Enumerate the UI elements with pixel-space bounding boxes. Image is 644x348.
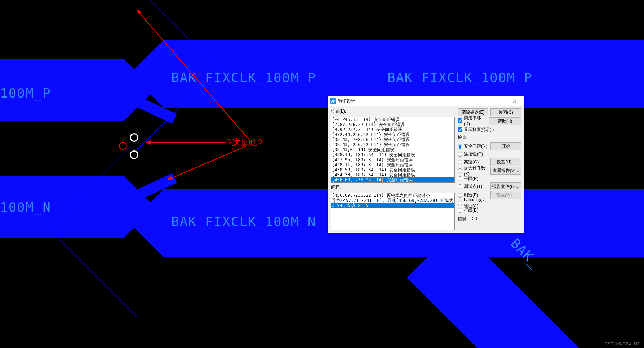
checks-group-label: 检查	[458, 135, 521, 141]
location-item[interactable]: (438.58,-1897.64 L14) 安全间距错误	[331, 167, 454, 172]
location-item[interactable]: (454.33,-1897.64 L14) 安全间距错误	[331, 172, 454, 177]
show-digest-checkbox[interactable]: 显示摘要提示(I)	[458, 126, 521, 133]
explain-line[interactable]: (456.69,-236.22 L14) 覆铜线之间的距离过小:	[331, 193, 454, 198]
svg-marker-1	[137, 10, 141, 14]
preview-button[interactable]: 预览(W)...	[490, 191, 521, 199]
clearance-radio[interactable]: 安全间距(N)	[458, 143, 489, 149]
location-item[interactable]: (7.87,236.22 L14) 安全间距错误	[331, 122, 454, 127]
maxvia-radio[interactable]: 最大过孔数(X)	[458, 167, 489, 174]
dialog-titlebar[interactable]: JP 验证设计 ✕	[328, 96, 524, 106]
location-item[interactable]: (472.44,236.22 L14) 安全间距错误	[331, 132, 454, 137]
location-item[interactable]: (35.43,-236.22 L14) 安全间距错误	[331, 142, 454, 147]
dialog-title: 验证设计	[338, 98, 507, 104]
view-report-button[interactable]: 查看报告(V)...	[490, 167, 521, 175]
connectivity-radio[interactable]: 连接性(O)	[458, 151, 489, 157]
testpoint-radio[interactable]: 测试点(T)	[458, 183, 489, 190]
location-item[interactable]: (35.43,0 L14) 安全间距错误	[331, 147, 454, 152]
disable-pan-checkbox[interactable]: 禁用平移(D)	[458, 117, 487, 124]
errors-label: 错误	[458, 216, 466, 222]
location-item[interactable]: (4.92,237.2 L14) 安全间距错误	[331, 127, 454, 132]
latium-radio[interactable]: Latium 设计验证(A)	[458, 200, 489, 206]
plane-radio[interactable]: 平面(P)	[458, 175, 489, 182]
close-icon[interactable]: ✕	[507, 98, 522, 104]
explain-line[interactable]: 导线(457.71,-241.18), 导线(456.69,-232.28) 距…	[331, 198, 454, 203]
location-item[interactable]: (456.69,-236.22 L14) 安全间距错误	[331, 177, 454, 182]
svg-marker-3	[146, 140, 151, 145]
location-item[interactable]: (35.43,-708.66 L14) 安全间距错误	[331, 137, 454, 142]
location-item[interactable]: (438.11,-1897.8 L14) 安全间距错误	[331, 162, 454, 167]
pcb-canvas[interactable]: BAK_FIXCLK_100M_P BAK_FIXCLK_100M_P 100M…	[0, 0, 644, 348]
net-label: BAK_FIXCLK_100M_N	[171, 214, 316, 229]
annotation-text: ?这是啥?	[227, 137, 263, 148]
start-button[interactable]: 开始	[490, 142, 521, 150]
app-icon: JP	[330, 98, 336, 104]
location-item[interactable]: (-4,246.13 L14) 安全间距错误	[331, 117, 454, 122]
annotation-arrow	[133, 6, 256, 147]
location-item[interactable]: (438.19,-1897.64 L14) 安全间距错误	[331, 152, 454, 157]
location-label: 位置(L):	[331, 108, 455, 114]
explain-line[interactable]: 3.94，应该 >= 5	[331, 203, 454, 208]
errors-count: 58	[472, 216, 477, 222]
drc-error-marker[interactable]	[119, 142, 127, 150]
svg-marker-5	[168, 176, 173, 180]
help-button[interactable]: 帮助(H)	[489, 117, 521, 125]
explain-label: 解释:	[331, 184, 455, 190]
close-button[interactable]: 关闭(C)	[490, 108, 521, 116]
net-label: 100M_P	[0, 86, 51, 100]
watermark: CSDN @GBXLUO	[604, 342, 640, 347]
svg-line-0	[137, 10, 252, 143]
setup-button[interactable]: 设置(U)...	[490, 158, 521, 166]
svg-line-4	[168, 146, 247, 180]
location-item[interactable]: (437.95,-1897.8 L14) 安全间距错误	[331, 157, 454, 162]
explain-listbox[interactable]: (456.69,-236.22 L14) 覆铜线之间的距离过小:导线(457.7…	[331, 193, 455, 230]
highspeed-radio[interactable]: 高速(G)	[458, 159, 489, 165]
wire-radio[interactable]: 打线(B)	[458, 207, 489, 213]
via[interactable]	[130, 150, 138, 159]
net-label: BAK_FIXCLK_100M_P	[387, 70, 532, 85]
location-listbox[interactable]: (-2.95,245.08 L14) 安全间距错误(-4,246.13 L14)…	[331, 117, 455, 183]
annotation-arrow	[164, 144, 250, 184]
verify-design-dialog[interactable]: JP 验证设计 ✕ 位置(L): (-2.95,245.08 L14) 安全间距…	[328, 96, 524, 233]
report-file-button[interactable]: 报告文件(R)...	[490, 182, 521, 190]
net-label: 100M_N	[0, 200, 51, 214]
